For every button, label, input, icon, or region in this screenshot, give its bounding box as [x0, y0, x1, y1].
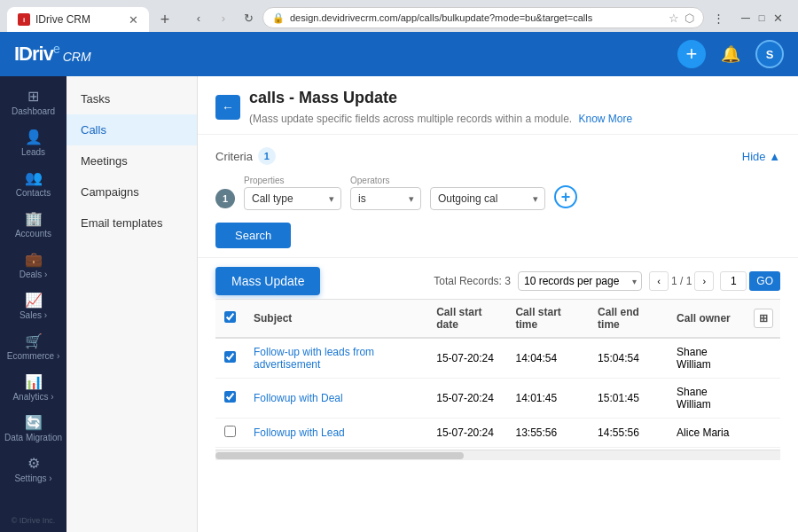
scrollbar-thumb[interactable] [215, 452, 464, 459]
top-nav: IDrive CRM + 🔔 S [0, 32, 798, 76]
value-select-group: val Outgoing cal ▾ [430, 176, 545, 210]
properties-label: Properties [244, 176, 341, 185]
sidebar-item-sales[interactable]: 📈 Sales › [0, 286, 66, 326]
row-3-subject[interactable]: Followup with Lead [254, 426, 345, 439]
operators-select-wrapper: is ▾ [350, 187, 421, 210]
sidebar-item-settings[interactable]: ⚙ Settings › [0, 449, 66, 489]
sidebar-item-contacts[interactable]: 👥 Contacts [0, 163, 66, 204]
mass-update-button[interactable]: Mass Update [215, 267, 320, 295]
browser-refresh[interactable]: ↻ [238, 7, 259, 28]
sidebar-item-data-migration[interactable]: 🔄 Data Migration [0, 408, 66, 449]
sidebar-item-accounts[interactable]: 🏢 Accounts [0, 204, 66, 245]
criteria-header: Criteria 1 Hide ▲ [215, 147, 780, 165]
sidebar-item-analytics[interactable]: 📊 Analytics › [0, 367, 66, 408]
address-bar[interactable]: 🔒 design.devidrivecrm.com/app/calls/bulk… [262, 7, 704, 28]
know-more-link[interactable]: Know More [579, 113, 633, 125]
row-1-owner: Shane William [677, 346, 711, 371]
page-input[interactable] [720, 271, 747, 291]
settings-label: Settings › [14, 473, 51, 483]
restore-btn[interactable]: □ [755, 12, 768, 24]
properties-select[interactable]: Call type [244, 187, 341, 210]
row-2-subject[interactable]: Followup with Deal [254, 392, 343, 404]
sub-sidebar: Tasks Calls Meetings Campaigns Email tem… [66, 76, 198, 532]
analytics-label: Analytics › [12, 392, 53, 402]
deals-icon: 💼 [25, 251, 43, 268]
sidebar-item-leads[interactable]: 👤 Leads [0, 122, 66, 163]
star-icon[interactable]: ☆ [669, 12, 679, 25]
page-title: calls - Mass Update [249, 89, 397, 107]
sidebar-item-dashboard[interactable]: ⊞ Dashboard [0, 82, 66, 122]
operators-select[interactable]: is [350, 187, 421, 210]
value-select-wrapper: Outgoing cal ▾ [430, 187, 545, 210]
row-checkbox-1[interactable] [224, 351, 236, 363]
row-3-owner: Alice Maria [677, 426, 729, 439]
tab-title: IDrive CRM [35, 13, 123, 26]
minimize-btn[interactable]: ─ [739, 12, 752, 24]
go-button[interactable]: GO [749, 271, 780, 291]
total-records: Total Records: 3 [434, 275, 511, 287]
dashboard-label: Dashboard [12, 106, 55, 116]
data-migration-icon: 🔄 [25, 414, 43, 431]
row-3-start-date: 15-07-20:24 [436, 426, 494, 439]
add-criteria-button[interactable]: + [554, 185, 577, 208]
sub-sidebar-item-email-templates[interactable]: Email templates [66, 207, 197, 239]
per-page-select[interactable]: 10 records per page [518, 271, 642, 291]
table-row: Followup with Deal 15-07-20:24 14:01:45 … [215, 379, 780, 419]
select-all-checkbox[interactable] [224, 311, 236, 323]
browser-back[interactable]: ‹ [188, 7, 209, 28]
select-all-header [215, 300, 245, 339]
row-2-end-time: 15:01:45 [598, 392, 639, 404]
accounts-label: Accounts [15, 229, 51, 239]
row-2-start-date: 15-07-20:24 [436, 392, 494, 404]
data-table: Subject Call start date Call start time … [215, 299, 780, 448]
operators-label: Operators [350, 176, 421, 185]
sidebar-item-ecommerce[interactable]: 🛒 Ecommerce › [0, 326, 66, 367]
contacts-icon: 👥 [25, 169, 43, 186]
sub-sidebar-item-meetings[interactable]: Meetings [66, 145, 197, 176]
properties-select-wrapper: Call type ▾ [244, 187, 341, 210]
browser-forward[interactable]: › [213, 7, 234, 28]
sidebar-item-deals[interactable]: 💼 Deals › [0, 245, 66, 286]
criteria-section: Criteria 1 Hide ▲ 1 Properties Call type… [198, 135, 798, 258]
table-row: Follow-up with leads from advertisement … [215, 338, 780, 379]
table-row: Followup with Lead 15-07-20:24 13:55:56 … [215, 419, 780, 448]
row-1-start-time: 14:04:54 [515, 352, 557, 364]
settings-icon: ⚙ [27, 455, 40, 472]
row-1-subject[interactable]: Follow-up with leads from advertisement [254, 346, 374, 371]
prev-page-button[interactable]: ‹ [649, 271, 669, 291]
tab-close-icon[interactable]: ✕ [129, 14, 138, 26]
page-title-area: calls - Mass Update (Mass update specifi… [249, 89, 780, 125]
search-button[interactable]: Search [215, 223, 291, 248]
analytics-icon: 📊 [25, 373, 43, 390]
page-info: 1 / 1 [671, 275, 692, 287]
table-controls: Total Records: 3 10 records per page ▾ ‹… [434, 271, 780, 291]
column-toggle-button[interactable]: ⊞ [754, 309, 773, 328]
row-checkbox-3[interactable] [224, 426, 236, 437]
notifications-button[interactable]: 🔔 [716, 40, 745, 68]
next-page-button[interactable]: › [694, 271, 714, 291]
active-tab[interactable]: i IDrive CRM ✕ [7, 7, 149, 32]
sub-sidebar-item-campaigns[interactable]: Campaigns [66, 176, 197, 207]
new-tab-button[interactable]: + [153, 9, 177, 30]
call-end-time-header: Call end time [589, 300, 668, 339]
browser-settings-icon[interactable]: ⋮ [708, 7, 729, 28]
user-avatar[interactable]: S [755, 40, 784, 68]
call-start-date-header: Call start date [427, 300, 506, 339]
row-checkbox-2[interactable] [224, 391, 236, 403]
mass-update-area: Mass Update Total Records: 3 10 records … [198, 258, 798, 299]
hide-link[interactable]: Hide ▲ [742, 150, 780, 163]
sub-sidebar-item-calls[interactable]: Calls [66, 114, 197, 145]
horizontal-scrollbar[interactable] [215, 450, 780, 460]
dashboard-icon: ⊞ [27, 88, 39, 105]
add-button[interactable]: + [677, 40, 706, 68]
value-select[interactable]: Outgoing cal [430, 187, 545, 210]
accounts-icon: 🏢 [25, 210, 43, 227]
crm-label: CRM [63, 50, 91, 64]
page-nav: ‹ 1 / 1 › GO [649, 271, 780, 291]
tab-favicon: i [18, 13, 30, 26]
close-btn[interactable]: ✕ [771, 12, 784, 24]
sub-sidebar-item-tasks[interactable]: Tasks [66, 83, 197, 114]
back-button[interactable]: ← [215, 95, 240, 120]
row-3-end-time: 14:55:56 [598, 426, 639, 439]
extension-icon[interactable]: ⬡ [685, 12, 694, 25]
